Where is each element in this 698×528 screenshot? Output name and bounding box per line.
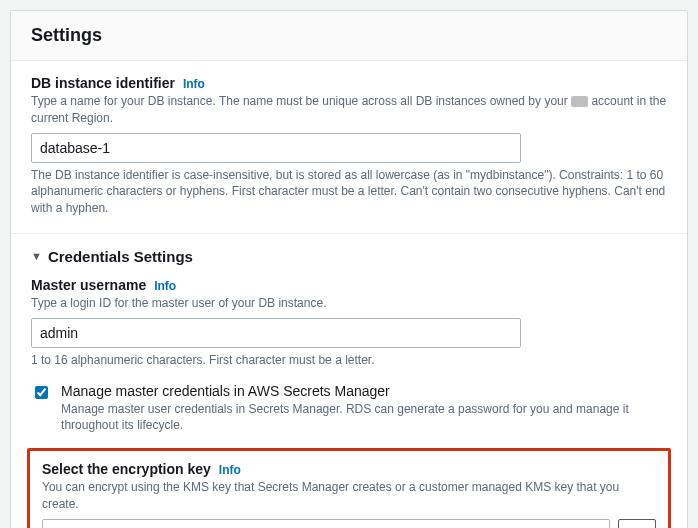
manage-secrets-label: Manage master credentials in AWS Secrets… xyxy=(61,383,667,399)
encryption-hint: You can encrypt using the KMS key that S… xyxy=(42,479,656,513)
identifier-info-link[interactable]: Info xyxy=(183,77,205,91)
refresh-icon: ↻ xyxy=(631,524,644,528)
credentials-section: ▼ Credentials Settings Master username I… xyxy=(11,233,687,528)
page-title: Settings xyxy=(31,25,667,46)
username-label: Master username xyxy=(31,277,146,293)
caret-down-icon: ▼ xyxy=(31,250,42,262)
identifier-input[interactable] xyxy=(31,133,521,163)
refresh-keys-button[interactable]: ↻ xyxy=(618,519,656,528)
identifier-section: DB instance identifier Info Type a name … xyxy=(11,61,687,233)
username-info-link[interactable]: Info xyxy=(154,279,176,293)
encryption-key-select[interactable]: aws/secretsmanager (default) xyxy=(42,519,610,528)
settings-panel: Settings DB instance identifier Info Typ… xyxy=(10,10,688,528)
encryption-highlight-box: Select the encryption key Info You can e… xyxy=(27,448,671,528)
credentials-section-title: Credentials Settings xyxy=(48,248,193,265)
encryption-info-link[interactable]: Info xyxy=(219,463,241,477)
credentials-collapse-toggle[interactable]: ▼ Credentials Settings xyxy=(31,248,667,265)
identifier-constraint: The DB instance identifier is case-insen… xyxy=(31,167,667,217)
username-constraint: 1 to 16 alphanumeric characters. First c… xyxy=(31,352,667,369)
redacted-text: xxx xyxy=(571,96,588,107)
manage-secrets-desc: Manage master user credentials in Secret… xyxy=(61,401,667,435)
manage-secrets-checkbox[interactable] xyxy=(35,385,48,400)
encryption-label: Select the encryption key xyxy=(42,461,211,477)
identifier-label: DB instance identifier xyxy=(31,75,175,91)
identifier-hint: Type a name for your DB instance. The na… xyxy=(31,93,667,127)
username-hint: Type a login ID for the master user of y… xyxy=(31,295,667,312)
username-input[interactable] xyxy=(31,318,521,348)
panel-header: Settings xyxy=(11,11,687,61)
